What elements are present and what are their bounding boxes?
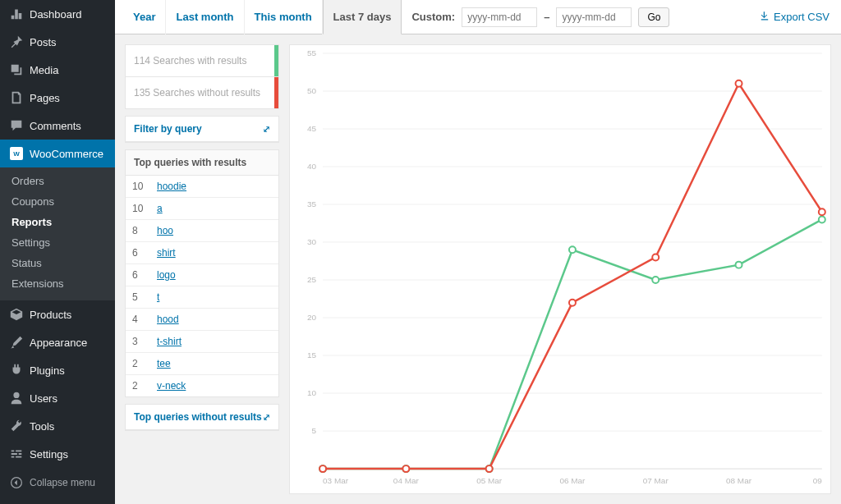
tab-this-month[interactable]: This month	[245, 0, 323, 34]
stat-color-red	[274, 77, 278, 108]
sidebar-label: Plugins	[30, 364, 65, 377]
svg-point-36	[736, 262, 742, 268]
sidebar-item-dashboard[interactable]: Dashboard	[0, 0, 115, 28]
sidebar-item-users[interactable]: Users	[0, 384, 115, 412]
query-link[interactable]: t	[157, 291, 159, 303]
query-count: 5	[126, 286, 154, 308]
query-count: 4	[126, 309, 154, 330]
box-icon	[8, 306, 25, 323]
plug-icon	[8, 362, 25, 378]
sidebar-item-woocommerce[interactable]: W WooCommerce	[0, 140, 115, 167]
submenu-reports[interactable]: Reports	[0, 212, 115, 232]
submenu-settings[interactable]: Settings	[0, 232, 115, 253]
main-content: Year Last month This month Last 7 days C…	[115, 0, 841, 504]
stat-without-results[interactable]: 135 Searches without results	[125, 77, 279, 109]
query-term: tee	[154, 353, 278, 374]
svg-point-39	[402, 465, 409, 472]
sidebar-item-pages[interactable]: Pages	[0, 84, 115, 112]
sidebar-item-plugins[interactable]: Plugins	[0, 356, 115, 384]
svg-point-38	[319, 465, 326, 472]
tab-last-month[interactable]: Last month	[166, 0, 244, 34]
query-count: 3	[126, 331, 154, 352]
top-without-label: Top queries without results	[134, 411, 262, 423]
collapse-menu[interactable]: Collapse menu	[0, 468, 115, 497]
sidebar-item-products[interactable]: Products	[0, 300, 115, 328]
submenu-status[interactable]: Status	[0, 253, 115, 273]
svg-text:40: 40	[307, 162, 317, 171]
sidebar-item-posts[interactable]: Posts	[0, 28, 115, 56]
query-link[interactable]: v-neck	[157, 380, 186, 392]
expand-icon: ⤢	[263, 412, 270, 423]
svg-text:08 Mar: 08 Mar	[726, 476, 752, 485]
sliders-icon	[8, 446, 25, 462]
top-queries-header: Top queries with results	[126, 150, 278, 176]
svg-text:50: 50	[307, 86, 317, 95]
svg-text:05 Mar: 05 Mar	[476, 476, 503, 485]
sidebar-item-settings[interactable]: Settings	[0, 440, 115, 468]
svg-point-34	[569, 246, 576, 253]
query-link[interactable]: hoodie	[157, 181, 186, 192]
date-range-tabs: Year Last month This month Last 7 days C…	[115, 0, 841, 34]
query-link[interactable]: shirt	[157, 247, 176, 259]
table-row: 6logo	[126, 264, 278, 286]
svg-point-40	[486, 465, 493, 472]
query-term: shirt	[154, 242, 278, 263]
query-count: 2	[126, 375, 154, 396]
svg-text:5: 5	[312, 426, 317, 435]
query-term: v-neck	[154, 375, 278, 396]
top-without-toggle[interactable]: Top queries without results ⤢	[126, 405, 278, 430]
query-link[interactable]: hood	[157, 314, 179, 325]
query-term: hood	[154, 309, 278, 330]
date-to-input[interactable]	[556, 7, 632, 27]
custom-label: Custom:	[411, 11, 455, 23]
date-dash: –	[544, 11, 549, 23]
svg-point-42	[652, 254, 659, 260]
comment-icon	[8, 117, 25, 134]
custom-range: Custom: – Go	[402, 7, 679, 27]
go-button[interactable]: Go	[638, 7, 669, 27]
table-row: 2tee	[126, 353, 278, 375]
query-link[interactable]: tee	[157, 358, 171, 369]
query-term: a	[154, 198, 278, 219]
sidebar-item-comments[interactable]: Comments	[0, 112, 115, 140]
submenu-extensions[interactable]: Extensions	[0, 273, 115, 294]
sidebar-item-appearance[interactable]: Appearance	[0, 328, 115, 356]
svg-text:10: 10	[307, 388, 317, 397]
svg-text:09: 09	[813, 476, 823, 485]
svg-text:07 Mar: 07 Mar	[643, 476, 669, 485]
sidebar-item-tools[interactable]: Tools	[0, 412, 115, 440]
query-count: 8	[126, 220, 154, 241]
table-row: 8hoo	[126, 220, 278, 242]
submenu-coupons[interactable]: Coupons	[0, 191, 115, 212]
media-icon	[8, 62, 25, 78]
svg-text:03 Mar: 03 Mar	[323, 476, 349, 485]
sidebar-label: Pages	[30, 92, 60, 104]
date-from-input[interactable]	[462, 7, 537, 27]
stat-color-green	[274, 45, 278, 76]
query-term: t	[154, 286, 278, 308]
sidebar-label: Users	[30, 392, 57, 405]
svg-text:45: 45	[307, 124, 317, 133]
query-link[interactable]: hoo	[157, 225, 173, 236]
query-link[interactable]: t-shirt	[157, 336, 182, 347]
stat-with-results[interactable]: 114 Searches with results	[125, 44, 279, 77]
query-term: logo	[154, 264, 278, 286]
top-without-panel: Top queries without results ⤢	[125, 404, 279, 431]
top-queries-label: Top queries with results	[134, 157, 246, 168]
query-term: t-shirt	[154, 331, 278, 352]
stats-sidebar: 114 Searches with results 135 Searches w…	[125, 44, 279, 494]
submenu-orders[interactable]: Orders	[0, 171, 115, 191]
queries-table: 10hoodie10a8hoo6shirt6logo5t4hood3t-shir…	[126, 176, 278, 396]
sidebar-label: Settings	[30, 448, 68, 460]
query-count: 10	[126, 176, 154, 197]
sidebar-item-media[interactable]: Media	[0, 56, 115, 84]
query-link[interactable]: a	[157, 203, 163, 214]
tab-last-7-days[interactable]: Last 7 days	[323, 0, 402, 34]
table-row: 4hood	[126, 309, 278, 331]
query-count: 6	[126, 264, 154, 286]
filter-by-query-toggle[interactable]: Filter by query ⤢	[126, 117, 278, 142]
woocommerce-submenu: Orders Coupons Reports Settings Status E…	[0, 167, 115, 300]
export-csv-link[interactable]: Export CSV	[748, 11, 841, 23]
tab-year[interactable]: Year	[123, 0, 166, 34]
query-link[interactable]: logo	[157, 269, 176, 281]
